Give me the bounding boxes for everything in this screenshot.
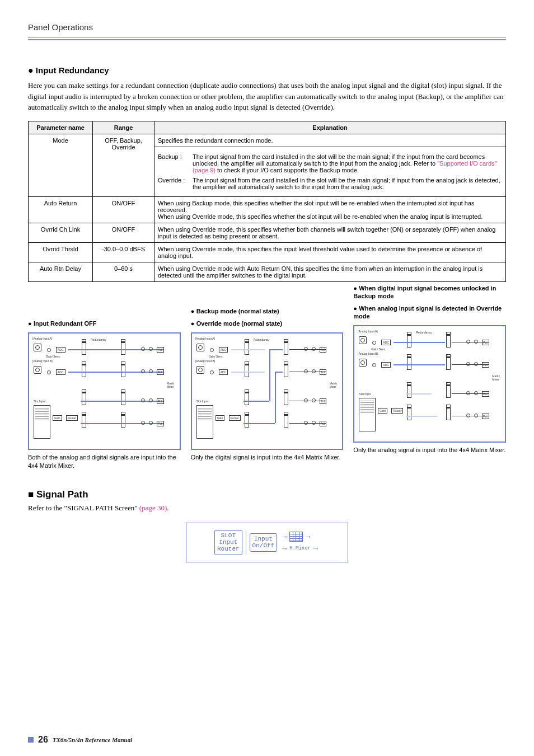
- slot-card-icon: [196, 405, 213, 439]
- table-row: Mode OFF, Backup, Override Specifies the…: [29, 134, 506, 147]
- slot-card-icon: [34, 405, 50, 439]
- page-number: 26: [38, 735, 48, 745]
- jack-icon: [34, 366, 41, 374]
- cell-thrsld-range: -30.0–0.0 dBFS: [93, 242, 154, 262]
- arrow-icon: →: [280, 544, 288, 553]
- cell-autoreturn-name: Auto Return: [29, 196, 93, 223]
- arrow-icon: →: [304, 532, 312, 541]
- heading-text: Input Redundancy: [36, 65, 109, 75]
- page-footer: 26 TX6n/5n/4n Reference Manual: [28, 735, 132, 745]
- diagram-off: [Analog Input A] Gain/ Sens. ADC Redunda…: [28, 332, 181, 450]
- cell-chlink-range: ON/OFF: [93, 223, 154, 242]
- backup-label: Backup :: [158, 153, 193, 173]
- mixer-label: M.Mixer: [289, 546, 311, 551]
- cell-thrsld-name: Ovrrid Thrsld: [29, 242, 93, 262]
- knob-icon: [47, 370, 51, 374]
- diagram-col-switched: ●When digital input signal becomes unloc…: [353, 304, 506, 455]
- fader-icon: [121, 361, 125, 377]
- diagram-caption-normal: Only the digital signal is input into th…: [191, 453, 344, 462]
- fader-icon: [121, 339, 125, 355]
- th-explanation: Explanation: [154, 121, 506, 134]
- diagram-caption-off: Both of the analog and digital signals a…: [28, 453, 181, 471]
- footer-reference: TX6n/5n/4n Reference Manual: [53, 736, 132, 743]
- fader-icon: [82, 339, 86, 355]
- bullet-icon: ●: [353, 284, 359, 292]
- input-redundancy-heading: ● Input Redundancy: [28, 65, 506, 76]
- slot-card-icon: [359, 398, 376, 431]
- signal-path-screen: SLOT Input Router Input On/Off → → → M.: [186, 523, 348, 562]
- cell-rtndelay-range: 0–60 s: [93, 262, 154, 281]
- table-row: Auto Return ON/OFF When using Backup mod…: [29, 196, 506, 223]
- jack-icon: [34, 344, 41, 351]
- cell-mode-expl-top: Specifies the redundant connection mode.: [154, 134, 506, 147]
- matrix-grid-icon: [289, 532, 303, 542]
- footer-block-icon: [28, 737, 34, 743]
- divider: [246, 530, 246, 555]
- cell-thrsld-expl: When using Override mode, this specifies…: [154, 242, 506, 262]
- diagram-switched: [Analog Input A] Gain/ Sens. ADC Redunda…: [353, 325, 506, 443]
- parameters-table: Parameter name Range Explanation Mode OF…: [28, 121, 506, 282]
- table-row: Auto Rtn Delay 0–60 s When using Overrid…: [29, 262, 506, 281]
- override-text: The input signal from the card installed…: [193, 177, 502, 190]
- jack-icon: [359, 336, 367, 344]
- intro-paragraph: Here you can make settings for a redunda…: [28, 80, 506, 113]
- bullet-icon: ●: [28, 320, 34, 327]
- cell-rtndelay-name: Auto Rtn Delay: [29, 262, 93, 281]
- slot-input-router-button: SLOT Input Router: [214, 530, 242, 555]
- fader-icon: [82, 361, 86, 377]
- th-range: Range: [93, 121, 154, 134]
- diagram-sub-override-switched: ●When analog input signal is detected in…: [353, 304, 506, 321]
- cell-autoreturn-range: ON/OFF: [93, 196, 154, 223]
- square-bullet-icon: ■: [28, 489, 34, 500]
- cell-rtndelay-expl: When using Override mode with Auto Retur…: [154, 262, 506, 281]
- knob-icon: [47, 348, 51, 352]
- th-param: Parameter name: [29, 121, 93, 134]
- cell-mode-name: Mode: [29, 134, 93, 196]
- diagram-sub-off: ●Input Redundant OFF: [28, 320, 96, 327]
- title-rule-thin: [28, 37, 506, 38]
- bullet-icon: ●: [353, 304, 359, 312]
- cell-autoreturn-expl: When using Backup mode, this specifies w…: [154, 196, 506, 223]
- override-label: Override :: [158, 177, 193, 190]
- table-row: Ovrrid Ch Link ON/OFF When using Overrid…: [29, 223, 506, 242]
- signal-path-text: Refer to the "SIGNAL PATH Screen" (page …: [28, 504, 506, 513]
- cell-chlink-expl: When using Override mode, this specifies…: [154, 223, 506, 242]
- cell-chlink-name: Ovrrid Ch Link: [29, 223, 93, 242]
- table-row: Ovrrid Thrsld -30.0–0.0 dBFS When using …: [29, 242, 506, 262]
- arrow-icon: →: [312, 544, 320, 553]
- bullet-icon: ●: [191, 307, 196, 315]
- diagram-col-normal: ●Backup mode (normal state) ●Override mo…: [191, 304, 344, 462]
- diagram-normal: [Analog Input A] Gain/ Sens. ADC Redunda…: [191, 332, 344, 450]
- diagram-caption-switched: Only the analog signal is input into the…: [353, 446, 506, 454]
- signal-path-heading: ■ Signal Path: [28, 489, 506, 500]
- cell-mode-defs: Backup : The input signal from the card …: [154, 147, 506, 196]
- signal-path-page-link[interactable]: (page 30): [139, 504, 167, 512]
- bullet-icon: ●: [28, 65, 34, 75]
- jack-icon: [196, 366, 204, 374]
- diagram-sub-override-normal: ●Override mode (normal state): [191, 320, 344, 327]
- jack-icon: [359, 359, 367, 367]
- input-onoff-button: Input On/Off: [250, 533, 278, 551]
- backup-text: The input signal from the card installed…: [193, 153, 502, 173]
- diagram-sub-backup-normal: ●Backup mode (normal state): [191, 307, 344, 315]
- arrow-icon: →: [280, 532, 288, 541]
- diagram-sub-backup-switched: ●When digital input signal becomes unloc…: [353, 284, 506, 300]
- bullet-icon: ●: [191, 320, 196, 327]
- page-title: Panel Operations: [28, 22, 506, 32]
- diagram-col-off: ●Input Redundant OFF [Analog Input A] Ga…: [28, 304, 181, 471]
- jack-icon: [196, 344, 204, 351]
- cell-mode-range: OFF, Backup, Override: [93, 134, 154, 196]
